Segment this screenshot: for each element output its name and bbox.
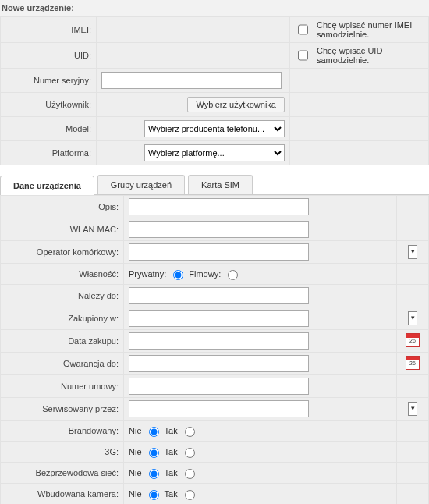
imei-label: IMEI:: [1, 17, 97, 43]
wlan-label: WLAN MAC:: [1, 218, 124, 241]
wifi-yes-label: Tak: [165, 468, 178, 477]
platform-label: Platforma:: [1, 141, 97, 165]
choose-user-button[interactable]: Wybierz użytkownika: [187, 97, 285, 112]
bought-input[interactable]: [129, 310, 309, 327]
wifi-label: Bezprzewodowa sieć:: [1, 463, 124, 484]
wifi-no-radio[interactable]: [149, 469, 159, 479]
desc-input[interactable]: [129, 198, 309, 215]
serviced-label: Serwisowany przez:: [1, 398, 124, 421]
camera-no-label: Nie: [129, 489, 142, 499]
branded-yes-label: Tak: [165, 426, 178, 435]
serial-input[interactable]: [101, 72, 282, 89]
model-label: Model:: [1, 117, 97, 141]
uid-label: UID:: [1, 43, 97, 69]
bought-label: Zakupiony w:: [1, 307, 124, 330]
ownership-private-label: Prywatny:: [129, 269, 166, 279]
wlan-input[interactable]: [129, 221, 309, 238]
wifi-no-label: Nie: [129, 468, 142, 477]
ownership-company-radio[interactable]: [228, 270, 238, 280]
warranty-input[interactable]: [129, 355, 309, 372]
bought-dropdown-icon[interactable]: ▾: [408, 311, 417, 325]
camera-yes-label: Tak: [165, 489, 178, 499]
g3-no-label: Nie: [129, 447, 142, 456]
ownership-company-label: Fimowy:: [189, 269, 221, 279]
uid-manual-label: Chcę wpisać UID samodzielnie.: [317, 46, 424, 65]
camera-yes-radio[interactable]: [185, 490, 195, 500]
tabs: Dane urządzenia Grupy urządzeń Karta SIM: [0, 175, 429, 195]
details-form: Opis: WLAN MAC: Operator komórkowy: ▾ Wł…: [0, 195, 429, 504]
branded-yes-radio[interactable]: [185, 427, 195, 437]
tab-sim-card[interactable]: Karta SIM: [188, 175, 253, 194]
branded-label: Brandowany:: [1, 421, 124, 442]
warranty-calendar-icon[interactable]: [406, 356, 420, 370]
user-label: Użytkownik:: [1, 93, 97, 117]
platform-select[interactable]: Wybierz platformę...: [144, 144, 285, 161]
camera-no-radio[interactable]: [149, 490, 159, 500]
operator-label: Operator komórkowy:: [1, 241, 124, 264]
purchase-date-calendar-icon[interactable]: [406, 333, 420, 347]
serviced-input[interactable]: [129, 400, 309, 417]
ownership-label: Własność:: [1, 264, 124, 285]
contract-input[interactable]: [129, 378, 309, 395]
branded-no-radio[interactable]: [149, 427, 159, 437]
g3-label: 3G:: [1, 442, 124, 463]
g3-yes-label: Tak: [165, 447, 178, 456]
tab-device-data[interactable]: Dane urządzenia: [0, 176, 94, 195]
g3-no-radio[interactable]: [149, 448, 159, 458]
imei-cell: [97, 17, 290, 43]
top-form: IMEI: Chcę wpisać numer IMEI samodzielni…: [0, 16, 429, 165]
purchase-date-label: Data zakupu:: [1, 330, 124, 353]
uid-manual-checkbox[interactable]: [298, 50, 308, 61]
contract-label: Numer umowy:: [1, 375, 124, 398]
serial-label: Numer seryjny:: [1, 69, 97, 93]
branded-no-label: Nie: [129, 426, 142, 435]
purchase-date-input[interactable]: [129, 332, 309, 350]
camera-label: Wbudowana kamera:: [1, 484, 124, 505]
operator-input[interactable]: [129, 243, 309, 261]
ownership-private-radio[interactable]: [173, 270, 183, 280]
serviced-dropdown-icon[interactable]: ▾: [408, 402, 417, 416]
model-select[interactable]: Wybierz producenta telefonu...: [144, 120, 285, 137]
wifi-yes-radio[interactable]: [185, 469, 195, 479]
g3-yes-radio[interactable]: [185, 448, 195, 458]
warranty-label: Gwarancja do:: [1, 353, 124, 375]
operator-dropdown-icon[interactable]: ▾: [408, 245, 417, 259]
imei-manual-checkbox[interactable]: [298, 24, 308, 35]
belongs-input[interactable]: [129, 287, 309, 304]
page-title: Nowe urządzenie:: [0, 0, 429, 16]
belongs-label: Należy do:: [1, 285, 124, 307]
tab-device-groups[interactable]: Grupy urządzeń: [98, 175, 185, 194]
imei-manual-label: Chcę wpisać numer IMEI samodzielnie.: [317, 20, 424, 39]
desc-label: Opis:: [1, 196, 124, 218]
uid-cell: [97, 43, 290, 69]
